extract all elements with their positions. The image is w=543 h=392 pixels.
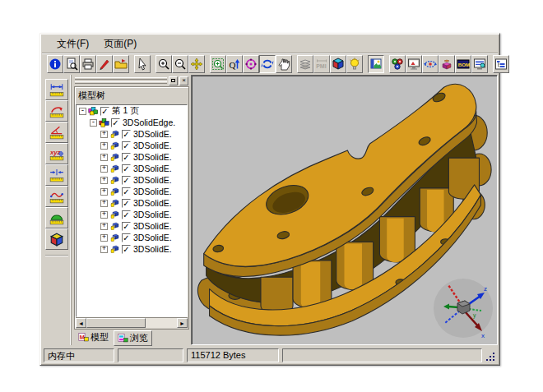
report-button[interactable] xyxy=(471,55,488,73)
panel-box: 模型树 -✓第 1 页-✓3DSolidEdge.+✓3DSolidE.+✓3D… xyxy=(74,86,189,330)
markup-button[interactable] xyxy=(96,55,113,73)
tree-expander[interactable]: + xyxy=(100,165,108,173)
menu-bar: 文件(F) 页面(P) xyxy=(42,35,498,53)
tree-row[interactable]: +✓3DSolidE. xyxy=(77,174,187,186)
part-icon xyxy=(109,210,120,220)
tree-expander[interactable]: + xyxy=(100,211,108,219)
measure-angle-button[interactable] xyxy=(45,122,68,143)
spin-target-button[interactable] xyxy=(243,55,259,73)
measure-radius-button[interactable] xyxy=(45,100,68,122)
scrollbar-thumb[interactable] xyxy=(86,318,146,328)
viewport[interactable]: z x y xyxy=(191,75,498,345)
tree-hscrollbar[interactable]: ◄ ► xyxy=(76,317,188,328)
measure-curve-button[interactable] xyxy=(45,186,68,207)
tree-checkbox[interactable]: ✓ xyxy=(122,176,131,185)
tab-browse[interactable]: 浏览 xyxy=(114,330,152,346)
panel-grip[interactable]: × xyxy=(75,76,188,85)
measure-distance-button[interactable] xyxy=(45,79,68,100)
tree-checkbox[interactable]: ✓ xyxy=(122,130,131,139)
menu-page[interactable]: 页面(P) xyxy=(97,35,143,53)
zoom-in-button[interactable] xyxy=(155,55,172,73)
tree-checkbox[interactable]: ✓ xyxy=(122,141,131,150)
views-icon xyxy=(332,58,345,71)
camera-view-button[interactable] xyxy=(406,55,422,73)
bom-button[interactable]: BOM xyxy=(455,55,471,73)
menu-file[interactable]: 文件(F) xyxy=(50,35,95,53)
tree-row[interactable]: +✓3DSolidE. xyxy=(77,197,187,209)
tree-checkbox[interactable]: ✓ xyxy=(122,245,131,254)
tree-row[interactable]: +✓3DSolidE. xyxy=(77,128,187,140)
select-button[interactable] xyxy=(134,55,151,73)
page-icon xyxy=(88,106,99,117)
tree-row[interactable]: +✓3DSolidE. xyxy=(77,209,187,220)
assembly-button[interactable] xyxy=(389,55,406,73)
tree-row[interactable]: +✓3DSolidE. xyxy=(77,151,187,163)
scrollbar-track[interactable] xyxy=(146,318,177,328)
tree-expander[interactable]: + xyxy=(100,200,108,207)
tree-checkbox[interactable]: ✓ xyxy=(122,222,131,231)
tree-checkbox[interactable]: ✓ xyxy=(122,233,131,242)
tree-row[interactable]: +✓3DSolidE. xyxy=(77,140,187,151)
tree-expander[interactable]: + xyxy=(100,223,108,230)
model-tree-toggle-button[interactable] xyxy=(493,55,509,73)
tree-expander[interactable]: + xyxy=(100,234,108,242)
tree-node-label: 第 1 页 xyxy=(112,105,139,117)
tree-checkbox[interactable]: ✓ xyxy=(100,107,109,116)
standard-views-button[interactable] xyxy=(330,55,346,73)
light-icon xyxy=(348,58,361,71)
tree-expander[interactable]: - xyxy=(90,119,97,127)
print-preview-button[interactable] xyxy=(63,55,80,73)
lighting-button[interactable] xyxy=(346,55,363,73)
tree-expander[interactable]: + xyxy=(100,131,108,138)
layers-button[interactable] xyxy=(297,55,313,73)
panel-close-button[interactable]: × xyxy=(179,76,188,85)
tab-model[interactable]: M 模型 xyxy=(75,330,112,344)
tree-row[interactable]: +✓3DSolidE. xyxy=(77,232,187,243)
measure-distance-icon xyxy=(49,82,64,97)
tree-checkbox[interactable]: ✓ xyxy=(111,118,120,127)
tree-row[interactable]: +✓3DSolidE. xyxy=(77,186,187,197)
tree-row[interactable]: -✓第 1 页 xyxy=(77,105,187,117)
tree-checkbox[interactable]: ✓ xyxy=(122,153,131,162)
tree-checkbox[interactable]: ✓ xyxy=(122,187,131,196)
scroll-left-icon[interactable]: ◄ xyxy=(76,318,86,328)
pan-hand-button[interactable] xyxy=(276,55,292,73)
measure-area-button[interactable] xyxy=(45,207,68,228)
desktop: 文件(F) 页面(P) QPMIBOM xyz × 模型树 -✓第 1 页-✓3… xyxy=(0,0,543,392)
tree-expander[interactable]: + xyxy=(100,177,108,184)
axis-trackball[interactable]: z x y xyxy=(432,277,494,339)
model-tree-panel: × 模型树 -✓第 1 页-✓3DSolidEdge.+✓3DSolidE.+✓… xyxy=(72,75,191,345)
tree-row[interactable]: +✓3DSolidE. xyxy=(77,220,187,232)
rotate-button[interactable] xyxy=(259,55,276,73)
pan-button[interactable] xyxy=(188,55,205,73)
export-button[interactable] xyxy=(113,55,129,73)
zoom-out-button[interactable] xyxy=(172,55,188,73)
print-button[interactable] xyxy=(80,55,96,73)
tree-row[interactable]: +✓3DSolidE. xyxy=(77,243,187,255)
measure-volume-button[interactable] xyxy=(45,228,68,250)
orbit-button[interactable] xyxy=(422,55,439,73)
resize-grip-icon[interactable] xyxy=(485,349,496,362)
tree-row[interactable]: -✓3DSolidEdge. xyxy=(77,117,187,128)
scroll-right-icon[interactable]: ► xyxy=(177,318,188,328)
tree-expander[interactable]: + xyxy=(100,142,108,150)
measure-coordinate-button[interactable]: xyz xyxy=(45,143,68,164)
part-icon xyxy=(109,175,120,186)
explode-button[interactable] xyxy=(439,55,455,73)
pmi-button[interactable]: PMI xyxy=(313,55,330,73)
tree-icon xyxy=(494,58,508,71)
render-mode-button[interactable] xyxy=(368,55,384,73)
tree-expander[interactable]: + xyxy=(100,246,108,253)
zoom-window-button[interactable] xyxy=(210,55,226,73)
panel-restore-button[interactable] xyxy=(169,76,178,85)
tree-checkbox[interactable]: ✓ xyxy=(122,210,131,219)
tree-row[interactable]: +✓3DSolidE. xyxy=(77,163,187,174)
tree-checkbox[interactable]: ✓ xyxy=(122,199,131,208)
tree-expander[interactable]: + xyxy=(100,154,108,161)
dynamic-zoom-button[interactable]: Q xyxy=(226,55,243,73)
tree-checkbox[interactable]: ✓ xyxy=(122,164,131,173)
about-button[interactable] xyxy=(47,55,63,73)
tree-expander[interactable]: + xyxy=(100,188,108,196)
tree-expander[interactable]: - xyxy=(79,108,86,115)
measure-gap-button[interactable] xyxy=(45,164,68,186)
